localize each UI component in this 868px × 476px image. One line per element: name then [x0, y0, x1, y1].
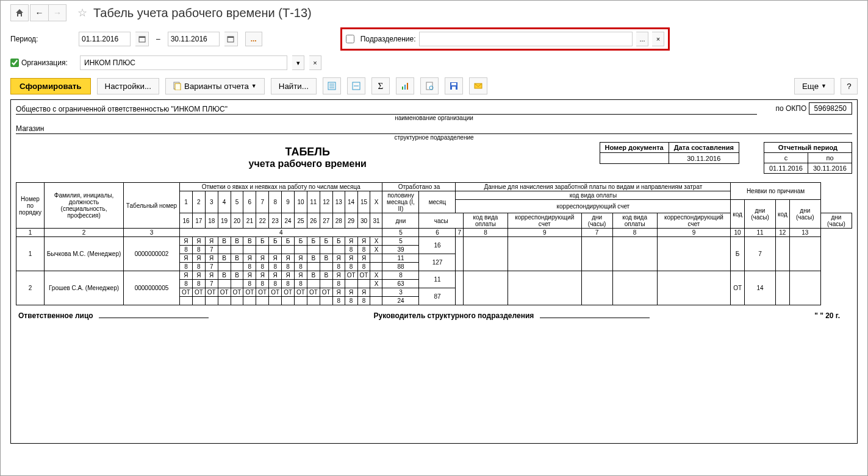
department-highlight: Подразделение: ... × — [340, 27, 670, 51]
responsible-label: Ответственное лицо — [18, 311, 93, 320]
date-from-input[interactable]: 01.11.2016 — [79, 32, 131, 46]
collapse-all-icon[interactable] — [347, 77, 365, 94]
dept-caption: структурное подразделение — [16, 134, 852, 141]
forward-button[interactable]: → — [48, 4, 66, 21]
svg-rect-3 — [228, 37, 234, 38]
report-variants-button[interactable]: Варианты отчета ▼ — [165, 78, 265, 94]
sum-icon[interactable]: Σ — [371, 77, 390, 94]
print-preview-icon[interactable] — [420, 77, 439, 94]
svg-rect-15 — [452, 87, 456, 90]
date-from-picker-icon[interactable] — [135, 32, 149, 46]
email-icon[interactable] — [469, 77, 487, 94]
department-input[interactable] — [419, 32, 633, 46]
settings-button[interactable]: Настройки... — [97, 78, 159, 94]
date-dash: – — [156, 35, 160, 43]
svg-rect-5 — [175, 83, 181, 90]
svg-rect-9 — [404, 85, 406, 90]
department-checkbox[interactable] — [346, 35, 354, 43]
organization-input[interactable]: ИНКОМ ПЛЮС — [80, 55, 287, 70]
date-to-picker-icon[interactable] — [224, 32, 238, 46]
period-label: Период: — [10, 35, 70, 43]
help-button[interactable]: ? — [841, 78, 858, 94]
page-title: Табель учета рабочего времени (Т-13) — [93, 6, 312, 20]
save-icon[interactable] — [445, 77, 463, 94]
footer-date: " " 20 г. — [814, 311, 840, 320]
form-button[interactable]: Сформировать — [10, 78, 91, 94]
back-button[interactable]: ← — [30, 4, 48, 21]
organization-checkbox[interactable] — [10, 59, 19, 67]
org-full-name: Общество с ограниченной ответственностью… — [16, 104, 757, 115]
dept-full-name: Магазин — [16, 124, 852, 134]
organization-label: Организация: — [21, 59, 68, 67]
more-button[interactable]: Еще ▼ — [794, 78, 834, 94]
organization-dropdown-button[interactable]: ▾ — [292, 55, 304, 70]
period-ellipsis-button[interactable]: ... — [245, 32, 262, 46]
svg-rect-14 — [451, 83, 456, 85]
head-label: Руководитель структурного подразделения — [373, 311, 534, 320]
chart-icon[interactable] — [396, 77, 414, 94]
find-button[interactable]: Найти... — [271, 78, 317, 94]
report-area: Общество с ограниченной ответственностью… — [10, 99, 858, 444]
okpo-label: по ОКПО — [775, 104, 806, 113]
org-caption: наименование организации — [16, 115, 852, 121]
doc-info-table: Номер документаДата составления 30.11.20… — [600, 142, 739, 164]
svg-rect-8 — [402, 87, 403, 90]
favorite-star-icon[interactable]: ☆ — [77, 6, 87, 20]
report-title: ТАБЕЛЬ — [16, 146, 600, 158]
organization-clear-button[interactable]: × — [309, 55, 321, 70]
department-select-button[interactable]: ... — [636, 32, 648, 46]
head-sign-line — [540, 318, 650, 318]
report-subtitle: учета рабочего времени — [16, 158, 600, 169]
timesheet-table: Номер по порядкуФамилия, инициалы, должн… — [16, 182, 852, 305]
responsible-sign-line — [99, 318, 209, 318]
svg-rect-1 — [139, 37, 145, 38]
home-button[interactable] — [10, 4, 29, 21]
okpo-value: 59698250 — [809, 102, 852, 115]
period-table: Отчетный период спо 01.11.201630.11.2016 — [764, 142, 852, 174]
svg-rect-10 — [407, 83, 408, 90]
department-label: Подразделение: — [360, 35, 416, 43]
date-to-input[interactable]: 30.11.2016 — [168, 32, 220, 46]
department-clear-button[interactable]: × — [652, 32, 664, 46]
expand-all-icon[interactable] — [323, 77, 341, 94]
